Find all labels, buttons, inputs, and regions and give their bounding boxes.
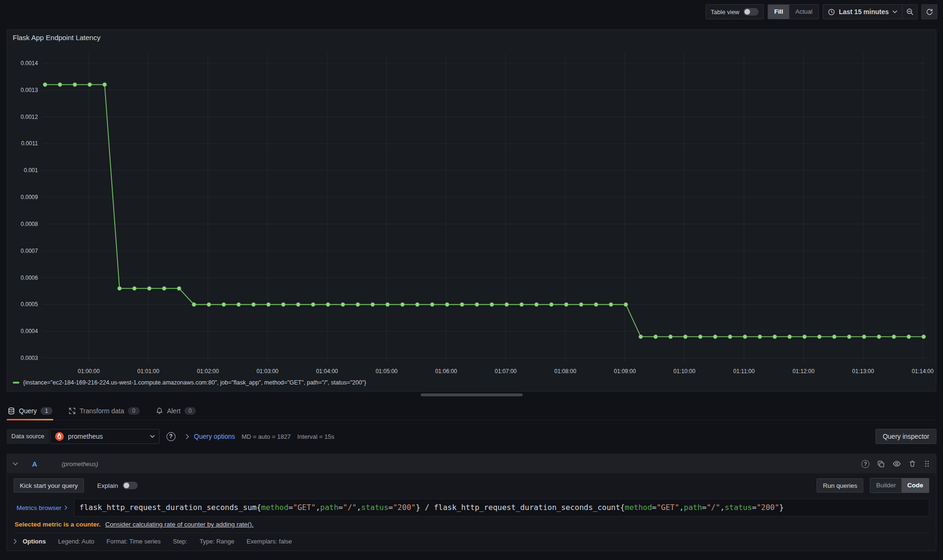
svg-text:0.0008: 0.0008 (21, 221, 38, 227)
svg-text:01:07:00: 01:07:00 (495, 368, 517, 375)
svg-text:01:08:00: 01:08:00 (554, 368, 576, 375)
panel-resize-handle[interactable] (421, 393, 523, 396)
svg-text:0.0013: 0.0013 (21, 87, 38, 93)
option-summary-item: Type: Range (200, 538, 234, 545)
chevron-down-icon (893, 10, 897, 13)
chevron-down-icon (150, 435, 155, 438)
tab-alert[interactable]: Alert 0 (155, 402, 197, 420)
table-view-control: Table view (706, 4, 764, 19)
query-help-button[interactable]: ? (861, 460, 869, 468)
latency-chart[interactable]: 01:00:0001:01:0001:02:0001:03:0001:04:00… (7, 30, 936, 391)
eye-icon (893, 460, 901, 468)
builder-option[interactable]: Builder (870, 478, 901, 493)
zoom-out-time-button[interactable] (902, 5, 917, 19)
warning-text: Selected metric is a counter. (15, 521, 100, 528)
svg-text:0.0004: 0.0004 (21, 328, 38, 334)
delete-query-button[interactable] (909, 460, 916, 468)
help-circle-icon: ? (861, 460, 869, 468)
datasource-name: prometheus (68, 433, 146, 440)
explain-label: Explain (97, 482, 118, 489)
options-row: Options Legend: AutoFormat: Time seriesS… (14, 533, 929, 545)
trash-icon (909, 460, 916, 468)
chart-legend: {instance="ec2-184-169-216-224.us-west-1… (13, 379, 366, 386)
table-view-label: Table view (711, 8, 740, 16)
editor-tabs: Query 1 Transform data 0 Alert 0 (7, 402, 936, 420)
svg-text:0.0006: 0.0006 (21, 275, 38, 281)
svg-text:0.0007: 0.0007 (21, 248, 38, 254)
chevron-right-icon (14, 539, 17, 544)
query-editor-row: A (prometheus) ? Kick start your query E… (7, 454, 936, 551)
tab-query[interactable]: Query 1 (7, 402, 53, 420)
metrics-browser-button[interactable]: Metrics browser (14, 499, 74, 517)
datasource-bar: Data source prometheus ? Query options M… (7, 428, 936, 444)
svg-text:0.0011: 0.0011 (21, 140, 38, 147)
option-summary-item: Exemplars: false (247, 538, 292, 545)
code-option[interactable]: Code (901, 478, 929, 493)
time-range-picker: Last 15 minutes (823, 4, 918, 19)
tab-transform-count: 0 (128, 407, 140, 415)
chevron-down-icon (13, 462, 18, 466)
query-options-interval: Interval = 15s (297, 433, 334, 440)
svg-text:01:13:00: 01:13:00 (852, 368, 874, 375)
svg-text:01:00:00: 01:00:00 (78, 368, 100, 375)
table-view-toggle[interactable] (743, 8, 759, 16)
svg-text:01:09:00: 01:09:00 (614, 368, 636, 375)
fill-option[interactable]: Fill (768, 5, 789, 19)
datasource-help-button[interactable]: ? (163, 429, 178, 444)
database-icon (8, 407, 15, 415)
datasource-select[interactable]: prometheus (50, 429, 159, 444)
tab-alert-count: 0 (184, 407, 196, 415)
svg-text:01:14:00: 01:14:00 (912, 368, 934, 375)
explain-control: Explain (97, 482, 138, 489)
kick-start-query-button[interactable]: Kick start your query (14, 478, 84, 493)
svg-text:0.001: 0.001 (24, 167, 38, 174)
copy-icon (877, 460, 885, 468)
chevron-right-icon (186, 434, 189, 439)
svg-text:0.0012: 0.0012 (21, 114, 38, 120)
options-label[interactable]: Options (23, 538, 46, 545)
bell-icon (156, 407, 163, 415)
svg-text:01:02:00: 01:02:00 (197, 368, 219, 375)
toggle-visibility-button[interactable] (893, 460, 901, 468)
option-summary-item: Step: (173, 538, 187, 545)
svg-text:01:12:00: 01:12:00 (793, 368, 815, 375)
panel-toolbar: Table view Fill Actual Last 15 minutes (706, 4, 937, 20)
promql-code-editor[interactable]: flask_http_request_duration_seconds_sum{… (74, 499, 929, 517)
prometheus-logo-icon (55, 432, 64, 441)
chevron-right-icon (65, 505, 67, 510)
tab-alert-label: Alert (167, 407, 181, 415)
metrics-browser-label: Metrics browser (17, 504, 61, 511)
query-row-body: Kick start your query Explain Run querie… (7, 473, 936, 551)
tab-query-label: Query (19, 407, 37, 415)
query-options-toggle[interactable]: Query options (186, 433, 235, 440)
drag-handle[interactable] (924, 460, 930, 468)
explain-toggle[interactable] (123, 482, 138, 489)
transform-icon (68, 407, 76, 415)
help-circle-icon: ? (167, 432, 175, 441)
duplicate-query-button[interactable] (877, 460, 885, 468)
legend-series-marker (13, 382, 19, 384)
query-inspector-button[interactable]: Query inspector (876, 429, 936, 444)
query-row-header[interactable]: A (prometheus) ? (7, 454, 936, 473)
refresh-button[interactable] (921, 4, 937, 19)
explain-toggle-knob (124, 483, 129, 488)
time-range-button[interactable]: Last 15 minutes (823, 5, 902, 19)
actual-option[interactable]: Actual (789, 5, 818, 19)
datasource-label: Data source (7, 429, 49, 444)
svg-text:01:06:00: 01:06:00 (435, 368, 457, 375)
run-queries-button[interactable]: Run queries (817, 478, 863, 493)
query-options-label: Query options (194, 433, 235, 440)
svg-text:01:11:00: 01:11:00 (733, 368, 755, 375)
svg-text:0.0005: 0.0005 (21, 301, 38, 308)
warning-rate-link[interactable]: Consider calculating rate of counter by … (105, 521, 253, 528)
svg-text:01:03:00: 01:03:00 (257, 368, 279, 375)
query-warning: Selected metric is a counter. Consider c… (14, 521, 929, 528)
legend-series-label[interactable]: {instance="ec2-184-169-216-224.us-west-1… (23, 379, 366, 386)
table-view-toggle-knob (744, 9, 750, 15)
svg-text:01:05:00: 01:05:00 (376, 368, 398, 375)
builder-code-group: Builder Code (870, 478, 929, 493)
tab-transform-data[interactable]: Transform data 0 (67, 402, 141, 420)
svg-text:01:10:00: 01:10:00 (674, 368, 696, 375)
option-summary-item: Legend: Auto (58, 538, 94, 545)
svg-text:01:01:00: 01:01:00 (137, 368, 159, 375)
